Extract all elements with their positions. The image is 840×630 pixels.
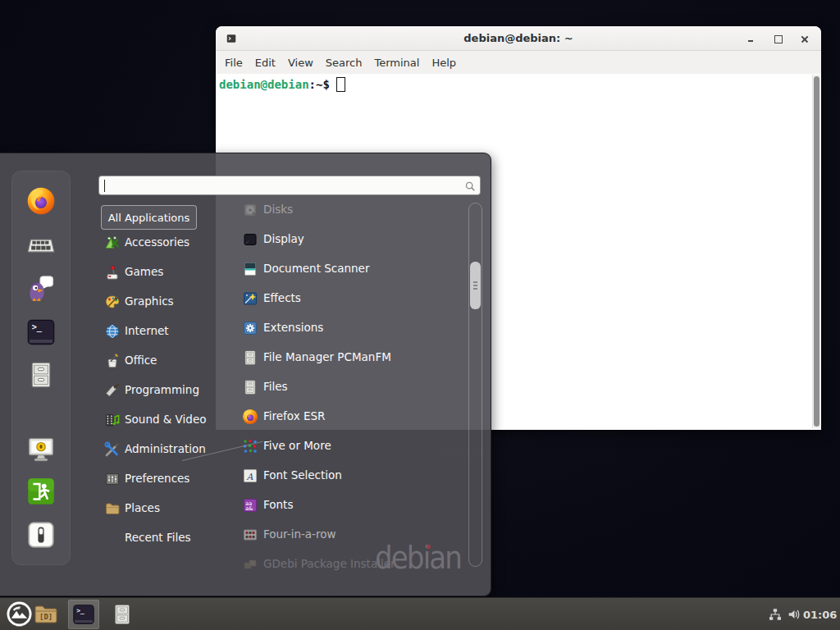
category-programming[interactable]: Programming [99,376,214,405]
programming-icon [104,382,121,399]
app-label: Display [263,232,304,245]
app-display[interactable]: Display [217,225,466,254]
svg-text:[D]: [D] [39,613,52,621]
app-effects[interactable]: Effects [217,284,466,313]
file-cabinet-icon [242,379,258,395]
app-five-or-more[interactable]: Five or More [217,431,466,461]
category-places[interactable]: Places [99,494,214,523]
document-scanner-icon [242,261,258,277]
maximize-button[interactable] [769,26,787,51]
network-icon[interactable] [768,607,783,622]
files-launcher[interactable] [111,603,134,626]
volume-icon[interactable] [787,607,801,622]
favorite-keyboard-button[interactable] [26,231,56,260]
four-in-a-row-icon [242,527,258,543]
pidgin-icon [26,274,56,304]
extensions-icon [242,320,258,336]
terminal-menu-view[interactable]: View [288,57,313,69]
category-label: Accessories [125,235,189,249]
category-label: Office [125,354,157,367]
games-icon [104,264,121,281]
favorite-logout-button[interactable] [26,477,56,506]
internet-icon [104,323,121,340]
menu-scrollbar-thumb[interactable] [470,262,481,309]
taskbar: [D] >_ 01:06 [0,597,840,630]
category-all-applications[interactable]: All Applications [101,205,197,230]
app-label: Font Selection [263,468,342,482]
graphics-icon [104,294,121,310]
terminal-menu-search[interactable]: Search [326,57,363,69]
app-label: Disks [263,203,293,216]
clock[interactable]: 01:06 [803,609,837,621]
administration-icon [104,441,121,458]
terminal-scrollbar[interactable] [812,75,820,428]
gdebi-icon [242,556,258,573]
keyboard-icon [26,231,56,260]
app-disks[interactable]: Disks [217,195,466,225]
category-label: Programming [125,383,199,396]
app-label: Four-in-a-row [263,527,336,541]
fonts-icon: aaa& [242,497,258,514]
terminal-menu-file[interactable]: File [225,57,243,69]
category-preferences[interactable]: Preferences [99,464,214,494]
favorite-pidgin-button[interactable] [26,274,56,304]
favorite-screensaver-lock-button[interactable] [26,435,56,464]
close-button[interactable] [796,26,814,51]
app-label: Files [263,380,288,393]
menu-button[interactable] [7,601,32,627]
app-label: Fonts [263,498,293,511]
terminal-menu-help[interactable]: Help [431,57,456,69]
firefox-icon [242,409,258,425]
category-recent-files[interactable]: Recent Files [99,523,214,553]
terminal-scrollbar-thumb[interactable] [814,76,819,427]
app-label: Document Scanner [263,262,369,275]
svg-text:>_: >_ [32,322,43,332]
terminal-menu-edit[interactable]: Edit [255,57,276,69]
debian-watermark-dot [427,545,431,549]
category-label: Graphics [125,294,174,308]
file-cabinet-icon [242,349,258,366]
category-label: Administration [125,442,206,455]
app-label: Extensions [263,321,323,334]
favorite-terminal-button[interactable]: >_ [26,317,56,347]
category-label: Preferences [125,472,189,485]
terminal-cursor [336,77,345,92]
category-games[interactable]: Games [99,258,214,287]
favorite-firefox-button[interactable] [26,186,56,216]
app-fonts[interactable]: aaa&Fonts [217,491,466,520]
category-label: Sound & Video [125,413,206,426]
app-file-manager-pcmanfm[interactable]: File Manager PCManFM [217,343,466,372]
category-sound-video[interactable]: Sound & Video [99,405,214,435]
debian-watermark: debian [375,541,461,576]
display-icon [242,231,258,248]
category-office[interactable]: Office [99,346,214,376]
terminal-titlebar[interactable]: debian@debian: ~ [216,26,821,51]
category-administration[interactable]: Administration [99,435,214,464]
category-graphics[interactable]: Graphics [99,287,214,317]
svg-text:>_: >_ [76,607,84,614]
menu-scrollbar-track[interactable] [468,203,482,567]
office-icon [104,353,121,369]
app-files[interactable]: Files [217,372,466,402]
minimize-button[interactable] [742,26,760,51]
application-list: DisksDisplayDocument ScannerEffectsExten… [217,193,466,576]
app-document-scanner[interactable]: Document Scanner [217,254,466,284]
category-label: Internet [125,324,169,337]
app-firefox-esr[interactable]: Firefox ESR [217,402,466,431]
app-label: Firefox ESR [263,409,325,422]
disks-icon [242,202,258,218]
file-manager-launcher[interactable]: [D] [33,601,59,628]
sound-video-icon [104,412,121,428]
terminal-title: debian@debian: ~ [216,32,821,44]
category-accessories[interactable]: Accessories [99,228,214,258]
terminal-taskbar-icon: >_ [72,603,95,626]
category-internet[interactable]: Internet [99,317,214,346]
terminal-prompt: debian@debian:~$ [219,77,345,92]
favorite-shutdown-button[interactable] [26,520,56,550]
app-font-selection[interactable]: AFont Selection [217,461,466,491]
terminal-menu-terminal[interactable]: Terminal [374,57,419,69]
places-icon [104,500,121,517]
favorite-file-cabinet-button[interactable] [26,360,56,390]
category-label: Games [125,265,163,278]
app-extensions[interactable]: Extensions [217,313,466,343]
